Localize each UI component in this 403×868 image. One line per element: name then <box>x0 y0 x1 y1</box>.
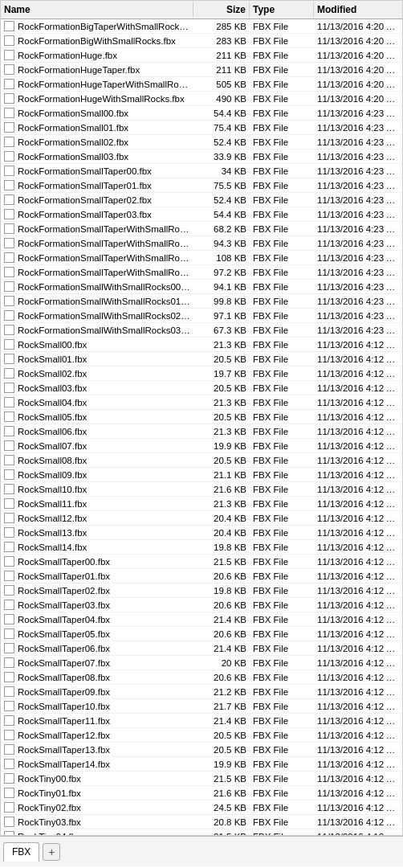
file-name-cell[interactable]: RockFormationSmallTaperWithSmallRocks00.… <box>1 223 193 235</box>
file-name-cell[interactable]: RockFormationHugeTaperWithSmallRocks.fbx <box>1 78 193 90</box>
file-name-cell[interactable]: RockFormationBigTaperWithSmallRocks.fbx <box>1 20 193 32</box>
table-row[interactable]: RockSmallTaper10.fbx21.7 KBFBX File11/13… <box>1 699 402 714</box>
table-row[interactable]: RockTiny02.fbx24.5 KBFBX File11/13/2016 … <box>1 800 402 815</box>
file-checkbox[interactable] <box>4 643 14 653</box>
file-checkbox[interactable] <box>4 513 14 523</box>
table-row[interactable]: RockSmall14.fbx19.8 KBFBX File11/13/2016… <box>1 540 402 555</box>
table-row[interactable]: RockTiny03.fbx20.8 KBFBX File11/13/2016 … <box>1 815 402 829</box>
table-row[interactable]: RockSmallTaper06.fbx21.4 KBFBX File11/13… <box>1 641 402 656</box>
table-row[interactable]: RockSmall13.fbx20.4 KBFBX File11/13/2016… <box>1 526 402 540</box>
file-name-cell[interactable]: RockSmallTaper02.fbx <box>1 584 193 596</box>
file-checkbox[interactable] <box>4 79 14 89</box>
file-name-cell[interactable]: RockSmallTaper06.fbx <box>1 642 193 654</box>
file-name-cell[interactable]: RockSmall08.fbx <box>1 454 193 466</box>
table-row[interactable]: RockSmallTaper12.fbx20.5 KBFBX File11/13… <box>1 728 402 743</box>
file-checkbox[interactable] <box>4 730 14 740</box>
table-row[interactable]: RockFormationHuge.fbx211 KBFBX File11/13… <box>1 48 402 63</box>
table-row[interactable]: RockFormationSmallWithSmallRocks03.fbx67… <box>1 323 402 338</box>
file-checkbox[interactable] <box>4 151 14 162</box>
file-checkbox[interactable] <box>4 325 14 335</box>
file-name-cell[interactable]: RockSmallTaper11.fbx <box>1 714 193 727</box>
file-name-cell[interactable]: RockSmall06.fbx <box>1 425 193 437</box>
table-row[interactable]: RockFormationSmallTaper03.fbx54.4 KBFBX … <box>1 207 402 222</box>
table-row[interactable]: RockSmall03.fbx20.5 KBFBX File11/13/2016… <box>1 381 402 395</box>
file-name-cell[interactable]: RockFormationSmallTaper02.fbx <box>1 194 193 206</box>
file-checkbox[interactable] <box>4 802 14 813</box>
table-row[interactable]: RockSmallTaper00.fbx21.5 KBFBX File11/13… <box>1 555 402 569</box>
file-name-cell[interactable]: RockFormationSmallWithSmallRocks02.fbx <box>1 309 193 321</box>
table-row[interactable]: RockFormationSmall03.fbx33.9 KBFBX File1… <box>1 149 402 164</box>
file-checkbox[interactable] <box>4 498 14 509</box>
table-row[interactable]: RockFormationSmallTaperWithSmallRocks01.… <box>1 236 402 251</box>
file-name-cell[interactable]: RockFormationSmallWithSmallRocks03.fbx <box>1 324 193 336</box>
file-name-cell[interactable]: RockSmallTaper12.fbx <box>1 729 193 741</box>
table-row[interactable]: RockSmall08.fbx20.5 KBFBX File11/13/2016… <box>1 453 402 468</box>
table-row[interactable]: RockFormationHugeTaper.fbx211 KBFBX File… <box>1 63 402 77</box>
table-row[interactable]: RockSmallTaper13.fbx20.5 KBFBX File11/13… <box>1 743 402 757</box>
file-checkbox[interactable] <box>4 354 14 364</box>
file-checkbox[interactable] <box>4 484 14 494</box>
file-checkbox[interactable] <box>4 35 14 46</box>
file-checkbox[interactable] <box>4 628 14 639</box>
file-checkbox[interactable] <box>4 600 14 610</box>
file-name-cell[interactable]: RockSmallTaper09.fbx <box>1 686 193 698</box>
file-list-body[interactable]: RockFormationBigTaperWithSmallRocks.fbx2… <box>1 19 402 836</box>
table-row[interactable]: RockSmallTaper05.fbx20.6 KBFBX File11/13… <box>1 627 402 641</box>
file-checkbox[interactable] <box>4 686 14 697</box>
file-checkbox[interactable] <box>4 556 14 567</box>
header-type[interactable]: Type <box>250 2 314 17</box>
file-name-cell[interactable]: RockFormationSmallTaperWithSmallRocks03.… <box>1 266 193 278</box>
file-name-cell[interactable]: RockSmall00.fbx <box>1 338 193 350</box>
file-name-cell[interactable]: RockFormationBigWithSmallRocks.fbx <box>1 35 193 47</box>
file-checkbox[interactable] <box>4 137 14 147</box>
file-checkbox[interactable] <box>4 223 14 234</box>
file-name-cell[interactable]: RockTiny01.fbx <box>1 787 193 799</box>
table-row[interactable]: RockSmallTaper14.fbx19.9 KBFBX File11/13… <box>1 757 402 772</box>
file-name-cell[interactable]: RockSmallTaper07.fbx <box>1 657 193 669</box>
file-name-cell[interactable]: RockSmallTaper13.fbx <box>1 743 193 755</box>
table-row[interactable]: RockSmall07.fbx19.9 KBFBX File11/13/2016… <box>1 439 402 453</box>
file-name-cell[interactable]: RockSmall12.fbx <box>1 512 193 524</box>
file-checkbox[interactable] <box>4 122 14 133</box>
table-row[interactable]: RockTiny01.fbx21.6 KBFBX File11/13/2016 … <box>1 786 402 800</box>
file-checkbox[interactable] <box>4 817 14 827</box>
file-name-cell[interactable]: RockTiny02.fbx <box>1 801 193 813</box>
file-checkbox[interactable] <box>4 209 14 219</box>
file-checkbox[interactable] <box>4 773 14 784</box>
file-name-cell[interactable]: RockFormationSmallTaper03.fbx <box>1 208 193 220</box>
file-name-cell[interactable]: RockTiny04.fbx <box>1 830 193 836</box>
file-name-cell[interactable]: RockSmall03.fbx <box>1 382 193 394</box>
file-name-cell[interactable]: RockSmallTaper03.fbx <box>1 599 193 611</box>
file-name-cell[interactable]: RockSmall07.fbx <box>1 440 193 452</box>
file-checkbox[interactable] <box>4 542 14 552</box>
file-name-cell[interactable]: RockFormationSmall03.fbx <box>1 150 193 162</box>
table-row[interactable]: RockFormationHugeTaperWithSmallRocks.fbx… <box>1 77 402 92</box>
file-checkbox[interactable] <box>4 50 14 60</box>
table-row[interactable]: RockSmall04.fbx21.3 KBFBX File11/13/2016… <box>1 395 402 410</box>
file-checkbox[interactable] <box>4 426 14 436</box>
table-row[interactable]: RockFormationSmallWithSmallRocks01.fbx99… <box>1 294 402 309</box>
file-name-cell[interactable]: RockFormationSmallTaperWithSmallRocks01.… <box>1 237 193 249</box>
file-checkbox[interactable] <box>4 21 14 31</box>
file-checkbox[interactable] <box>4 252 14 263</box>
table-row[interactable]: RockFormationSmallTaperWithSmallRocks00.… <box>1 222 402 236</box>
file-checkbox[interactable] <box>4 93 14 104</box>
file-checkbox[interactable] <box>4 166 14 176</box>
table-row[interactable]: RockTiny00.fbx21.5 KBFBX File11/13/2016 … <box>1 772 402 786</box>
table-row[interactable]: RockSmallTaper11.fbx21.4 KBFBX File11/13… <box>1 714 402 728</box>
file-name-cell[interactable]: RockSmall01.fbx <box>1 353 193 365</box>
fbx-tab[interactable]: FBX <box>3 842 39 862</box>
file-name-cell[interactable]: RockFormationSmallTaper01.fbx <box>1 179 193 191</box>
file-name-cell[interactable]: RockTiny03.fbx <box>1 816 193 828</box>
file-name-cell[interactable]: RockSmallTaper04.fbx <box>1 613 193 625</box>
file-checkbox[interactable] <box>4 571 14 581</box>
file-checkbox[interactable] <box>4 64 14 75</box>
file-name-cell[interactable]: RockSmall02.fbx <box>1 367 193 379</box>
table-row[interactable]: RockSmallTaper01.fbx20.6 KBFBX File11/13… <box>1 569 402 583</box>
file-name-cell[interactable]: RockSmallTaper01.fbx <box>1 570 193 582</box>
table-row[interactable]: RockFormationSmallWithSmallRocks02.fbx97… <box>1 309 402 323</box>
file-checkbox[interactable] <box>4 310 14 321</box>
file-name-cell[interactable]: RockSmall09.fbx <box>1 469 193 481</box>
file-checkbox[interactable] <box>4 657 14 668</box>
file-checkbox[interactable] <box>4 440 14 451</box>
